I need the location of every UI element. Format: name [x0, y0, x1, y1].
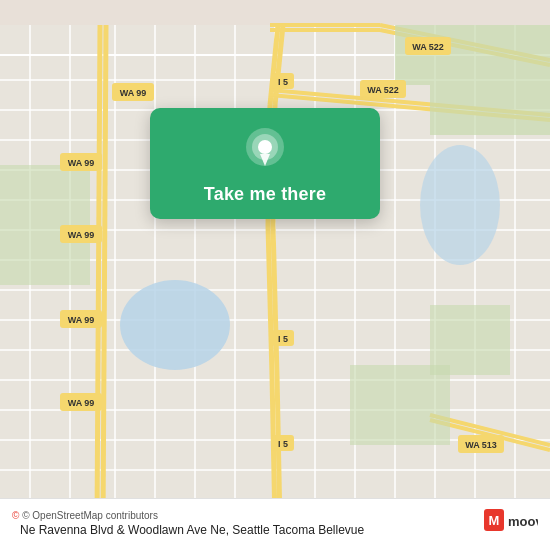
svg-rect-53	[350, 365, 450, 445]
location-card: Take me there	[150, 108, 380, 219]
svg-text:WA 99: WA 99	[68, 158, 95, 168]
map-svg: WA 99 WA 99 WA 99 WA 99 WA 99 WA 522 WA …	[0, 0, 550, 550]
map-container: WA 99 WA 99 WA 99 WA 99 WA 99 WA 522 WA …	[0, 0, 550, 550]
svg-point-81	[258, 140, 272, 154]
svg-text:WA 522: WA 522	[367, 85, 399, 95]
bottom-bar: © © OpenStreetMap contributors Ne Ravenn…	[0, 498, 550, 550]
take-me-there-button[interactable]: Take me there	[204, 184, 326, 205]
svg-text:WA 513: WA 513	[465, 440, 497, 450]
svg-line-39	[103, 25, 106, 525]
osm-credit: © © OpenStreetMap contributors	[12, 510, 476, 521]
svg-rect-54	[430, 305, 510, 375]
svg-text:WA 99: WA 99	[68, 398, 95, 408]
svg-point-51	[120, 280, 230, 370]
svg-text:WA 99: WA 99	[68, 230, 95, 240]
svg-text:I 5: I 5	[278, 439, 288, 449]
svg-text:WA 99: WA 99	[68, 315, 95, 325]
svg-text:M: M	[489, 513, 500, 528]
moovit-logo: M moovit	[484, 509, 538, 541]
moovit-logo-svg: M moovit	[484, 509, 538, 541]
svg-point-52	[420, 145, 500, 265]
location-label: Ne Ravenna Blvd & Woodlawn Ave Ne, Seatt…	[20, 523, 468, 539]
svg-text:moovit: moovit	[508, 514, 538, 529]
svg-rect-49	[430, 85, 550, 135]
svg-text:I 5: I 5	[278, 334, 288, 344]
svg-text:WA 522: WA 522	[412, 42, 444, 52]
svg-text:WA 99: WA 99	[120, 88, 147, 98]
osm-credit-text: © OpenStreetMap contributors	[22, 510, 158, 521]
location-pin-icon	[246, 128, 284, 172]
svg-text:I 5: I 5	[278, 77, 288, 87]
svg-line-38	[97, 25, 100, 525]
location-icon-wrap	[241, 126, 289, 174]
